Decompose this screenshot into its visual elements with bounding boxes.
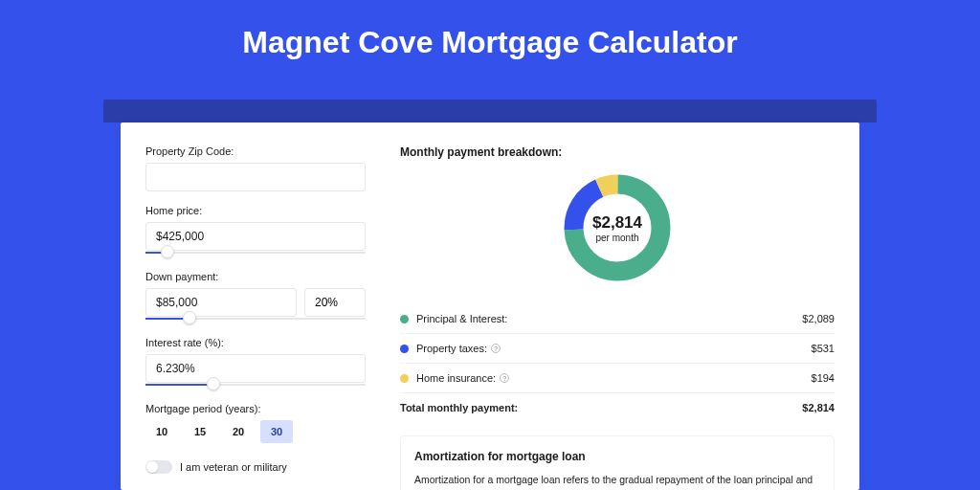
donut-amount: $2,814 <box>592 213 642 233</box>
interest-group: Interest rate (%): <box>145 337 366 390</box>
legend-text: Home insurance: <box>416 372 496 384</box>
down-payment-group: Down payment: <box>145 271 366 323</box>
veteran-label: I am veteran or military <box>180 461 287 473</box>
home-price-label: Home price: <box>145 205 366 216</box>
calculator-card: Property Zip Code: Home price: Down paym… <box>121 122 859 490</box>
legend-value: $2,089 <box>802 313 835 324</box>
breakdown-panel: Monthly payment breakdown: $2,814 per mo… <box>390 122 859 490</box>
legend-label: Principal & Interest: <box>416 313 802 324</box>
donut-chart: $2,814 per month <box>560 170 675 285</box>
home-price-input[interactable] <box>145 222 366 251</box>
legend-value: $531 <box>812 343 835 354</box>
period-label: Mortgage period (years): <box>145 403 366 414</box>
donut-sub: per month <box>595 233 638 243</box>
slider-track <box>145 252 366 254</box>
legend-principal: Principal & Interest: $2,089 <box>400 304 835 334</box>
period-options: 10 15 20 30 <box>145 420 366 443</box>
interest-label: Interest rate (%): <box>145 337 366 348</box>
down-payment-pct-input[interactable] <box>304 288 366 317</box>
dot-icon <box>400 345 409 353</box>
donut-center: $2,814 per month <box>560 170 675 285</box>
dot-icon <box>400 315 409 323</box>
info-icon[interactable]: ? <box>500 373 509 383</box>
zip-input[interactable] <box>145 163 366 191</box>
down-payment-label: Down payment: <box>145 271 366 282</box>
breakdown-title: Monthly payment breakdown: <box>400 145 835 159</box>
toggle-knob <box>146 461 158 473</box>
legend-text: Principal & Interest: <box>416 313 507 324</box>
slider-thumb[interactable] <box>161 245 174 258</box>
home-price-slider[interactable] <box>145 250 366 257</box>
period-30[interactable]: 30 <box>260 420 293 443</box>
amortization-card: Amortization for mortgage loan Amortizat… <box>400 435 835 490</box>
period-15[interactable]: 15 <box>184 420 216 443</box>
period-20[interactable]: 20 <box>222 420 255 443</box>
down-payment-slider[interactable] <box>145 316 366 323</box>
slider-fill <box>145 384 213 386</box>
legend-total: Total monthly payment: $2,814 <box>400 393 835 422</box>
zip-label: Property Zip Code: <box>145 145 366 157</box>
legend-label: Home insurance: ? <box>416 372 812 384</box>
legend-taxes: Property taxes: ? $531 <box>400 334 835 364</box>
veteran-row: I am veteran or military <box>145 460 366 474</box>
veteran-toggle[interactable] <box>145 460 172 474</box>
slider-thumb[interactable] <box>183 311 196 324</box>
amortization-title: Amortization for mortgage loan <box>414 450 820 463</box>
card-backdrop <box>103 100 877 122</box>
legend-label: Property taxes: ? <box>416 343 812 354</box>
info-icon[interactable]: ? <box>491 344 501 353</box>
total-label: Total monthly payment: <box>400 402 802 413</box>
legend-text: Property taxes: <box>416 343 487 354</box>
home-price-group: Home price: <box>145 205 366 257</box>
interest-slider[interactable] <box>145 382 366 390</box>
slider-thumb[interactable] <box>207 377 220 390</box>
interest-input[interactable] <box>145 354 366 383</box>
legend-insurance: Home insurance: ? $194 <box>400 364 835 393</box>
page-title: Magnet Cove Mortgage Calculator <box>0 0 980 78</box>
legend-value: $194 <box>812 372 835 384</box>
zip-group: Property Zip Code: <box>145 145 366 191</box>
down-payment-input[interactable] <box>145 288 297 317</box>
total-value: $2,814 <box>802 402 835 413</box>
amortization-text: Amortization for a mortgage loan refers … <box>414 473 820 490</box>
form-panel: Property Zip Code: Home price: Down paym… <box>121 122 390 490</box>
dot-icon <box>400 374 409 383</box>
period-group: Mortgage period (years): 10 15 20 30 <box>145 403 366 443</box>
period-10[interactable]: 10 <box>145 420 178 443</box>
donut-chart-wrap: $2,814 per month <box>400 170 835 285</box>
